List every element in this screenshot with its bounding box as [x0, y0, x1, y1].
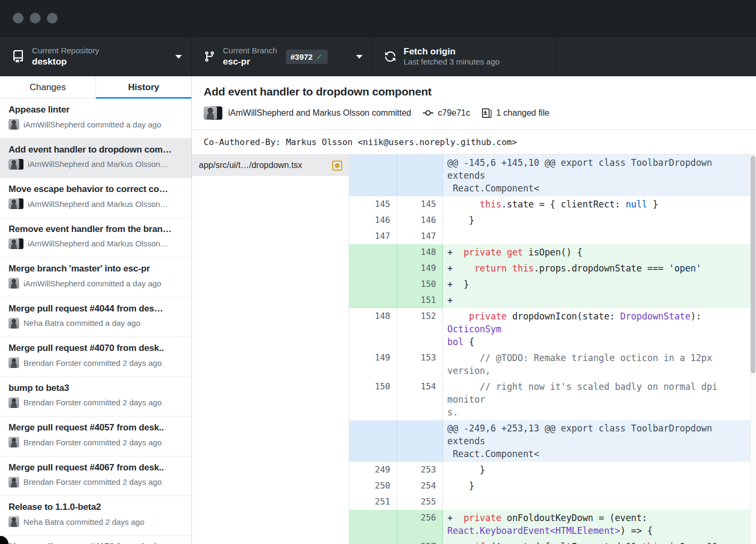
- new-line-number: [397, 155, 443, 196]
- diff-scrollbar[interactable]: [750, 155, 756, 544]
- new-line-number: 154: [397, 379, 443, 420]
- new-line-number: 152: [397, 308, 443, 350]
- avatar: [9, 437, 19, 447]
- commit-list-item[interactable]: Appease linteriAmWillShepherd committed …: [0, 99, 191, 139]
- new-line-number: 257: [397, 539, 443, 544]
- diff-code-text: }: [443, 212, 756, 228]
- commit-list-item[interactable]: Merge branch 'master' into esc-priAmWill…: [0, 258, 191, 298]
- diff-line: 149153 // @TODO: Remake triangle octicon…: [349, 350, 756, 379]
- diff-code-text: [443, 228, 756, 244]
- diff-code-text: // @TODO: Remake triangle octicon in a 1…: [443, 350, 756, 379]
- diff-line: 150+ }: [349, 276, 756, 292]
- commit-item-title: Remove event handler from the bran…: [9, 224, 184, 235]
- commit-item-title: Merge pull request #4070 from desk..: [9, 343, 184, 354]
- repository-label: Current Repository: [32, 46, 99, 56]
- repo-icon: [12, 50, 25, 63]
- commit-list-item[interactable]: Remove event handler from the bran…iAmWi…: [0, 218, 191, 258]
- avatar: [9, 278, 19, 289]
- commit-item-meta: iAmWillShepherd committed a day ago: [9, 119, 184, 130]
- diff-code-text: }: [443, 462, 756, 478]
- app-window: Current Repository desktop Current Branc…: [0, 0, 756, 544]
- diff-code-text: + if (!event.defaultPrevented && this.is…: [443, 539, 756, 544]
- diff-line: 146146 }: [349, 212, 756, 228]
- commit-hash: c79e71c: [438, 108, 470, 118]
- scrollbar-thumb[interactable]: [751, 156, 755, 373]
- close-button[interactable]: [13, 13, 23, 23]
- fetch-origin-button[interactable]: Fetch origin Last fetched 3 minutes ago: [373, 37, 555, 76]
- commit-list-item[interactable]: Merge pull request #4057 from desk..Bren…: [0, 417, 191, 457]
- commit-detail-panel: Add event handler to dropdown component …: [192, 76, 756, 544]
- sidebar-tabs: Changes History: [0, 76, 191, 99]
- current-repository-button[interactable]: Current Repository desktop: [0, 37, 192, 76]
- diff-view: @@ -145,6 +145,10 @@ export class Toolba…: [349, 155, 756, 544]
- commit-list-item[interactable]: Release to 1.1.0-beta2Neha Batra committ…: [0, 496, 191, 536]
- avatar: [9, 159, 23, 170]
- commit-title: Add event handler to dropdown component: [204, 85, 745, 98]
- pr-status-badge[interactable]: #3972 ✓: [286, 50, 328, 64]
- avatar: [9, 318, 19, 329]
- commit-list-item[interactable]: Merge pull request #4067 from desk..Bren…: [0, 457, 191, 497]
- changed-files-count: 1 changed file: [496, 108, 550, 118]
- avatar: [9, 119, 19, 130]
- old-line-number: 148: [349, 308, 397, 350]
- old-line-number: 145: [349, 196, 397, 212]
- old-line-number: 147: [349, 228, 397, 244]
- old-line-number: [349, 539, 397, 544]
- commit-item-meta: Neha Batra committed a day ago: [9, 318, 184, 329]
- commit-item-meta: Brendan Forster committed 2 days ago: [9, 397, 184, 408]
- commit-list-item[interactable]: Move escape behavior to correct co…iAmWi…: [0, 178, 191, 218]
- current-branch-button[interactable]: Current Branch esc-pr #3972 ✓: [192, 37, 373, 76]
- diff-line: 151+: [349, 292, 756, 308]
- new-line-number: 254: [397, 478, 443, 494]
- commit-list-item[interactable]: Merge pull request #4070 from desk..Bren…: [0, 337, 191, 377]
- file-diff-icon: [482, 107, 492, 118]
- old-line-number: 249: [349, 462, 397, 478]
- commit-item-meta: iAmWillShepherd committed a day ago: [9, 278, 184, 289]
- titlebar: [0, 0, 756, 36]
- commit-item-meta: Brendan Forster committed 2 days ago: [9, 477, 184, 487]
- avatar: [9, 477, 19, 487]
- new-line-number: 147: [397, 228, 443, 244]
- maximize-button[interactable]: [47, 13, 58, 23]
- new-line-number: 148: [397, 244, 443, 260]
- toolbar: Current Repository desktop Current Branc…: [0, 36, 756, 76]
- diff-line: 249253 }: [349, 462, 756, 478]
- diff-code-text: // right now it's scaled badly on normal…: [443, 379, 756, 420]
- commit-list-item[interactable]: bump to beta3Brendan Forster committed 2…: [0, 377, 191, 417]
- file-path: app/src/ui/t…/dropdown.tsx: [199, 161, 332, 170]
- old-line-number: 146: [349, 212, 397, 228]
- branch-label: Current Branch: [223, 46, 277, 56]
- new-line-number: 255: [397, 494, 443, 510]
- new-line-number: [397, 420, 443, 462]
- commit-item-title: Merge pull request #4057 from desk..: [9, 422, 184, 433]
- commit-item-title: Merge pull request #4073 from desk..: [9, 542, 184, 544]
- new-line-number: 151: [397, 292, 443, 308]
- commit-list-item[interactable]: Merge pull request #4044 from des…Neha B…: [0, 298, 191, 338]
- diff-line: 251255: [349, 494, 756, 510]
- diff-line: 257+ if (!event.defaultPrevented && this…: [349, 539, 756, 544]
- sidebar: Changes History Appease linteriAmWillShe…: [0, 76, 192, 544]
- diff-hunk-header: @@ -249,6 +253,13 @@ export class Toolba…: [349, 420, 756, 462]
- old-line-number: 251: [349, 494, 397, 510]
- commit-item-title: Merge pull request #4067 from desk..: [9, 462, 184, 473]
- diff-hunk-header: @@ -145,6 +145,10 @@ export class Toolba…: [349, 155, 756, 196]
- tab-history[interactable]: History: [95, 76, 191, 98]
- chevron-down-icon: [356, 55, 363, 59]
- chevron-down-icon: [175, 55, 182, 59]
- commit-item-title: Move escape behavior to correct co…: [9, 184, 184, 195]
- old-line-number: [349, 420, 397, 462]
- diff-code-text: + }: [443, 276, 756, 292]
- tab-changes[interactable]: Changes: [0, 76, 95, 98]
- diff-line: 250254 }: [349, 478, 756, 494]
- branch-icon: [204, 50, 215, 63]
- old-line-number: [349, 276, 397, 292]
- file-list-item[interactable]: app/src/ui/t…/dropdown.tsx: [192, 155, 349, 176]
- commit-item-meta: iAmWillShepherd and Markus Olsson…: [9, 198, 184, 209]
- diff-code-text: private dropdownIcon(state: DropdownStat…: [443, 308, 756, 350]
- commit-list-item[interactable]: Merge pull request #4073 from desk..: [0, 536, 191, 544]
- commit-list-item[interactable]: Add event handler to dropdown com…iAmWil…: [0, 139, 191, 179]
- minimize-button[interactable]: [30, 13, 41, 23]
- new-line-number: 150: [397, 276, 443, 292]
- sync-icon: [384, 50, 396, 63]
- old-line-number: [349, 244, 397, 260]
